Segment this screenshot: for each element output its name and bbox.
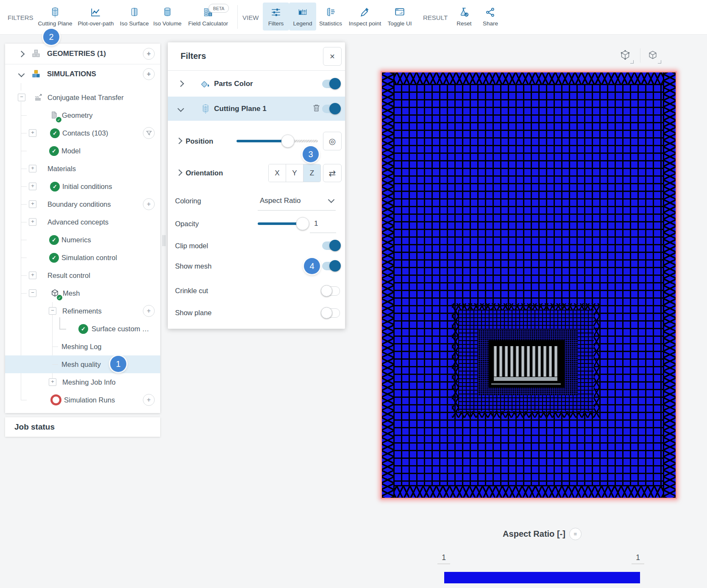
result-group-label: RESULT	[423, 14, 448, 21]
legend-menu-button[interactable]: ≡	[569, 528, 582, 540]
cutting-plane-icon	[49, 6, 61, 18]
tree-body: − Conjugate Heat Transfer ✓ Geometry + ✓…	[5, 83, 160, 409]
chevron-down-icon[interactable]	[178, 105, 184, 112]
axis-x-button[interactable]: X	[269, 164, 286, 182]
add-geometry-button[interactable]: +	[143, 48, 155, 60]
expand-expander[interactable]: +	[29, 129, 36, 137]
statistics-button[interactable]: Statistics	[315, 3, 346, 31]
tree-item-refinements[interactable]: − Refinements +	[5, 302, 160, 320]
tree-item-conjugate-heat-transfer[interactable]: − Conjugate Heat Transfer	[5, 89, 160, 106]
parts-color-section[interactable]: Parts Color	[168, 71, 345, 97]
legend-min-value: 1	[437, 553, 450, 564]
plot-over-path-button[interactable]: Plot-over-path	[73, 3, 119, 31]
cutting-plane-button[interactable]: Cutting Plane	[36, 3, 74, 31]
heatsink-fins	[494, 346, 557, 377]
chevron-down-icon[interactable]	[328, 197, 335, 203]
tree-item-mesh[interactable]: − ✓ Mesh	[5, 284, 160, 302]
step-badge-3: 3	[303, 146, 319, 162]
toggle-ui-button[interactable]: Toggle UI	[384, 3, 415, 31]
opacity-value[interactable]: 1	[314, 219, 318, 228]
tree-item-meshing-job-info[interactable]: + Meshing Job Info	[5, 373, 160, 391]
inspect-point-button[interactable]: Inspect point	[345, 3, 385, 31]
add-simulation-run-button[interactable]: +	[143, 394, 155, 406]
panel-resize-handle[interactable]	[162, 235, 166, 246]
collapse-expander[interactable]: −	[29, 289, 36, 297]
expand-expander[interactable]: +	[29, 200, 36, 208]
tree-item-surface-custom[interactable]: ✓ Surface custom …	[5, 320, 160, 338]
view-cube-axes-button[interactable]	[616, 46, 635, 64]
legend-toggle-button[interactable]: Legend	[289, 3, 316, 31]
tree-item-label: Simulation control	[61, 254, 117, 262]
viewport-3d-mesh[interactable]	[381, 71, 677, 499]
iso-surface-button[interactable]: Iso Surface	[118, 3, 151, 31]
tree-item-simulation-control[interactable]: ✓ Simulation control	[5, 249, 160, 266]
tree-item-simulation-runs[interactable]: Simulation Runs +	[5, 391, 160, 409]
axis-z-button[interactable]: Z	[303, 164, 320, 182]
tree-item-meshing-log[interactable]: Meshing Log	[5, 338, 160, 355]
clip-model-toggle[interactable]	[322, 241, 340, 250]
tree-item-simulations[interactable]: SIMULATIONS +	[5, 64, 160, 83]
position-slider[interactable]	[237, 140, 318, 142]
axis-y-button[interactable]: Y	[286, 164, 303, 182]
show-plane-toggle[interactable]	[321, 308, 340, 318]
legend-icon	[297, 6, 309, 18]
flip-orientation-button[interactable]: ⇄	[323, 164, 342, 182]
expand-expander[interactable]: +	[29, 218, 36, 226]
delete-cutting-plane-button[interactable]	[312, 103, 321, 114]
plot-over-path-icon	[90, 6, 102, 18]
parts-color-toggle[interactable]	[322, 80, 340, 88]
share-button[interactable]: Share	[477, 3, 504, 31]
tree-item-label: Result control	[47, 272, 90, 280]
show-plane-row: Show plane	[168, 303, 345, 322]
tree-item-geometries[interactable]: GEOMETRIES (1) +	[5, 44, 160, 64]
crinkle-cut-toggle[interactable]	[321, 286, 340, 296]
tree-item-result-control[interactable]: + Result control	[5, 266, 160, 284]
simulations-icon	[31, 69, 41, 79]
iso-volume-button[interactable]: Iso Volume	[150, 3, 185, 31]
chevron-right-icon[interactable]	[178, 80, 184, 87]
collapse-expander[interactable]: −	[18, 94, 25, 101]
chevron-right-icon[interactable]	[176, 169, 183, 176]
show-mesh-toggle[interactable]	[322, 262, 340, 270]
filters-toggle-button[interactable]: Filters	[263, 3, 289, 31]
tree-item-mesh-quality[interactable]: Mesh quality	[5, 355, 160, 373]
chevron-right-icon[interactable]	[18, 50, 25, 57]
tree-item-geometry[interactable]: ✓ Geometry	[5, 106, 160, 124]
add-simulation-button[interactable]: +	[143, 68, 155, 80]
close-button[interactable]: ✕	[323, 47, 342, 66]
reset-button[interactable]: Reset	[451, 3, 477, 31]
parts-color-icon	[200, 78, 211, 89]
chevron-down-icon[interactable]	[18, 71, 25, 78]
expand-expander[interactable]: +	[29, 272, 36, 279]
tree-item-model[interactable]: ✓ Model	[5, 142, 160, 160]
cutting-plane-1-toggle[interactable]	[322, 105, 340, 113]
mesh-grid	[393, 84, 664, 486]
opacity-slider-handle[interactable]	[296, 217, 309, 230]
coloring-select-value[interactable]: Aspect Ratio	[260, 197, 301, 205]
view-cube-button[interactable]	[643, 46, 662, 64]
tree-item-contacts[interactable]: + ✓ Contacts (103)	[5, 124, 160, 142]
view-controls-divider	[640, 48, 640, 63]
tree-item-materials[interactable]: + Materials	[5, 160, 160, 178]
cutting-plane-1-section[interactable]: Cutting Plane 1	[168, 97, 345, 121]
coloring-row: Coloring Aspect Ratio	[168, 191, 345, 211]
add-boundary-condition-button[interactable]: +	[143, 198, 155, 210]
expand-expander[interactable]: +	[29, 183, 36, 190]
expand-expander[interactable]: +	[49, 378, 56, 386]
tree-item-initial-conditions[interactable]: + ✓ Initial conditions	[5, 178, 160, 195]
tree-item-advanced-concepts[interactable]: + Advanced concepts	[5, 213, 160, 231]
check-icon: ✓	[50, 182, 60, 191]
heatsink-geometry	[489, 340, 565, 388]
add-refinement-button[interactable]: +	[143, 305, 155, 317]
tree-item-boundary-conditions[interactable]: + Boundary conditions +	[5, 195, 160, 213]
chevron-right-icon[interactable]	[176, 138, 183, 144]
tree-item-numerics[interactable]: ✓ Numerics	[5, 231, 160, 249]
position-center-button[interactable]: ◎	[323, 132, 342, 150]
position-slider-handle[interactable]	[281, 135, 294, 148]
reset-flask-icon	[458, 6, 470, 18]
contacts-filter-button[interactable]	[143, 127, 155, 139]
statistics-icon	[325, 6, 337, 18]
opacity-label: Opacity	[175, 219, 199, 227]
collapse-expander[interactable]: −	[49, 307, 56, 315]
expand-expander[interactable]: +	[29, 165, 36, 172]
